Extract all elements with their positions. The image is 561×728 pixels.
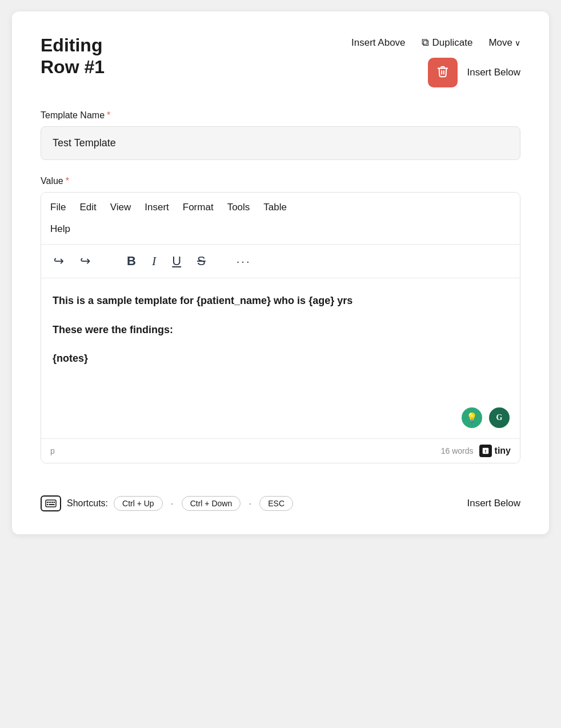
underline-button[interactable]: U	[169, 251, 185, 271]
rich-text-editor: File Edit View Insert Format Tools Table…	[41, 192, 520, 463]
menu-edit[interactable]: Edit	[79, 201, 96, 214]
dot-separator-1: ·	[171, 498, 174, 510]
delete-button[interactable]	[428, 58, 458, 87]
footer: Shortcuts: Ctrl + Up · Ctrl + Down · ESC…	[41, 484, 520, 511]
trash-icon	[436, 65, 449, 81]
value-label: Value*	[41, 176, 520, 186]
menu-help[interactable]: Help	[50, 222, 70, 236]
template-name-field: Template Name*	[41, 110, 520, 176]
value-required: *	[66, 176, 69, 186]
header: Editing Row #1 Insert Above ⧉ Duplicate …	[41, 34, 520, 87]
move-label: Move	[488, 37, 512, 49]
underline-icon: U	[172, 254, 181, 269]
undo-button[interactable]: ↩	[50, 251, 67, 271]
ctrl-down-shortcut[interactable]: Ctrl + Down	[182, 496, 241, 511]
menu-insert[interactable]: Insert	[145, 201, 169, 214]
grammarly-icon: G	[496, 411, 503, 425]
svg-point-13	[53, 502, 53, 503]
menubar-row2: Help	[50, 222, 511, 236]
template-name-input[interactable]	[41, 126, 520, 160]
row-label: Row #1	[41, 56, 105, 78]
ctrl-up-shortcut[interactable]: Ctrl + Up	[114, 496, 163, 511]
editor-content[interactable]: This is a sample template for {patient_n…	[41, 278, 520, 438]
tiny-brand-label: tiny	[495, 446, 511, 456]
duplicate-label: Duplicate	[432, 37, 473, 49]
statusbar-right: 16 words t tiny	[441, 445, 511, 457]
esc-shortcut[interactable]: ESC	[259, 496, 293, 511]
bold-icon: B	[127, 254, 136, 269]
tiny-logo-icon: t	[479, 445, 492, 457]
shortcuts-label: Shortcuts:	[67, 498, 108, 509]
undo-icon: ↩	[54, 254, 64, 269]
template-name-label: Template Name*	[41, 110, 520, 121]
menubar-row1: File Edit View Insert Format Tools Table	[50, 201, 511, 214]
shortcuts-area: Shortcuts: Ctrl + Up · Ctrl + Down · ESC	[41, 495, 293, 511]
word-count: 16 words	[441, 446, 474, 455]
header-actions-bottom: Insert Below	[428, 58, 520, 87]
insert-below-header-button[interactable]: Insert Below	[467, 65, 520, 81]
svg-point-11	[49, 502, 50, 503]
bulb-icon: 💡	[466, 410, 478, 425]
italic-icon: I	[152, 254, 156, 269]
header-right: Insert Above ⧉ Duplicate Move ∨	[351, 34, 520, 87]
editor-floating-buttons: 💡 G	[460, 406, 511, 429]
main-card: Editing Row #1 Insert Above ⧉ Duplicate …	[12, 11, 549, 534]
more-icon: ···	[237, 255, 251, 268]
content-line2: These were the findings:	[53, 321, 508, 339]
italic-button[interactable]: I	[149, 251, 159, 271]
menu-tools[interactable]: Tools	[227, 201, 250, 214]
content-line3: {notes}	[53, 350, 508, 367]
editor-menubar: File Edit View Insert Format Tools Table…	[41, 193, 520, 245]
editing-label: Editing	[41, 34, 105, 56]
menu-format[interactable]: Format	[183, 201, 214, 214]
redo-button[interactable]: ↪	[77, 251, 94, 271]
template-name-required: *	[107, 110, 110, 120]
more-options-button[interactable]: ···	[233, 253, 255, 270]
svg-point-14	[54, 502, 55, 503]
insert-below-header-label: Insert Below	[467, 67, 520, 78]
keyboard-icon	[41, 495, 61, 511]
bold-button[interactable]: B	[123, 251, 139, 271]
strikethrough-button[interactable]: S	[194, 251, 209, 271]
chevron-down-icon: ∨	[515, 38, 520, 47]
menu-file[interactable]: File	[50, 201, 66, 214]
dot-separator-2: ·	[249, 498, 251, 510]
move-button[interactable]: Move ∨	[488, 35, 520, 51]
editor-toolbar: ↩ ↪ B I U S ··	[41, 245, 520, 278]
content-line1: This is a sample template for {patient_n…	[53, 292, 508, 310]
menu-table[interactable]: Table	[263, 201, 287, 214]
tiny-brand: t tiny	[479, 445, 511, 457]
header-actions-top: Insert Above ⧉ Duplicate Move ∨	[351, 34, 520, 51]
menu-view[interactable]: View	[110, 201, 131, 214]
svg-point-15	[47, 505, 48, 505]
insert-above-button[interactable]: Insert Above	[351, 35, 406, 51]
copy-icon: ⧉	[422, 37, 429, 49]
editor-statusbar: p 16 words t tiny	[41, 438, 520, 463]
svg-point-12	[51, 502, 51, 503]
ai-assist-button[interactable]: 💡	[460, 406, 483, 429]
insert-above-label: Insert Above	[351, 37, 406, 49]
grammarly-button[interactable]: G	[488, 406, 511, 429]
redo-icon: ↪	[80, 254, 90, 269]
insert-below-footer-button[interactable]: Insert Below	[467, 498, 520, 509]
svg-point-10	[47, 502, 48, 503]
strikethrough-icon: S	[197, 254, 206, 269]
svg-rect-2	[46, 500, 56, 507]
value-field: Value* File Edit View Insert Format Tool…	[41, 176, 520, 463]
duplicate-button[interactable]: ⧉ Duplicate	[422, 34, 473, 51]
header-left: Editing Row #1	[41, 34, 105, 78]
element-indicator: p	[50, 446, 55, 455]
